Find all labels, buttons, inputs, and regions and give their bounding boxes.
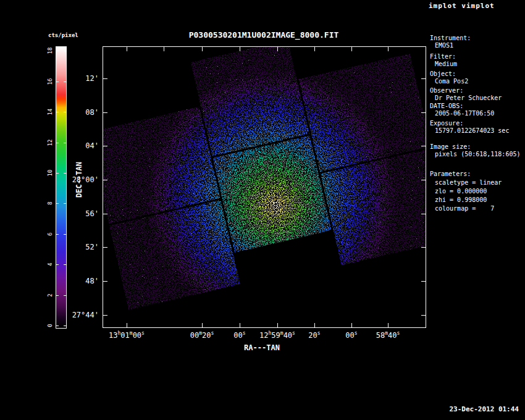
y-tick-label: 27°44': [37, 311, 99, 319]
x-axis-label: RA---TAN: [200, 343, 324, 352]
parameter-line: colourmap = 7: [435, 205, 494, 212]
x-tick-label: 00m20s: [172, 330, 232, 340]
info-field-value: 15797.0122674023 sec: [435, 127, 509, 134]
info-field-value: EMOS1: [435, 42, 453, 49]
colorbar: [56, 46, 67, 329]
colorbar-unit-label: cts/pixel: [48, 32, 78, 38]
colorbar-tick-label: 8: [47, 197, 54, 209]
parameter-line: zlo = 0.000000: [435, 188, 487, 195]
y-tick-label: 12': [37, 74, 99, 83]
colorbar-tick-label: 16: [47, 75, 54, 88]
colorbar-tick-label: 12: [47, 136, 54, 149]
colorbar-tick-label: 2: [47, 289, 54, 301]
info-field-value: pixels (50:618,118:605): [435, 151, 520, 158]
info-field-value: Coma Pos2: [435, 78, 468, 85]
colorbar-tick-label: 10: [47, 167, 54, 179]
colorbar-tick-label: 6: [47, 228, 54, 240]
window-title: implot vimplot: [429, 2, 495, 10]
y-tick-label: 04': [37, 141, 99, 150]
image-canvas[interactable]: [103, 47, 426, 327]
colorbar-tick-label: 14: [47, 106, 54, 118]
photon-noise-overlay: [103, 47, 426, 327]
implot-window: implot vimplot P0300530201M1U002IMAGE_80…: [0, 0, 525, 420]
y-tick-label: 56': [37, 209, 99, 218]
info-field-label: Instrument:: [430, 35, 471, 41]
y-tick-label: 08': [37, 108, 99, 117]
info-field-value: 2005-06-17T06:50: [435, 110, 494, 117]
info-field-label: Image size:: [430, 143, 471, 150]
x-tick-label: 00s: [210, 330, 269, 340]
parameter-line: zhi = 0.998000: [435, 196, 487, 203]
y-tick-label: 48': [37, 277, 99, 285]
info-field-value: Dr Peter Schuecker: [435, 94, 502, 101]
info-field-label: DATE-OBS:: [430, 103, 463, 109]
info-field-label: Observer:: [430, 87, 463, 94]
x-tick-label: 58m40s: [358, 330, 418, 340]
info-field-label: Filter:: [430, 53, 456, 60]
x-tick-label: 12h59m40s: [248, 330, 307, 340]
colorbar-tick-label: 4: [47, 258, 54, 271]
y-tick-label: 52': [37, 243, 99, 251]
info-field-label: Object:: [430, 70, 456, 77]
x-tick-label: 00s: [322, 330, 381, 340]
colorbar-tick-label: 18: [47, 44, 54, 57]
parameters-title: Parameters:: [430, 170, 471, 177]
y-tick-label: 28°00': [37, 175, 99, 184]
x-tick-label: 13h01m00s: [97, 330, 156, 340]
x-tick-label: 20s: [285, 330, 344, 340]
plot-title: P0300530201M1U002IMAGE_8000.FIT: [140, 30, 387, 40]
timestamp: 23-Dec-2012 01:44: [449, 405, 519, 413]
y-axis-label: DEC--TAN: [75, 143, 83, 217]
parameter-line: scaletype = linear: [435, 179, 502, 186]
info-field-label: Exposure:: [430, 120, 463, 127]
colorbar-tick-label: 0: [47, 319, 54, 332]
info-field-value: Medium: [435, 61, 457, 67]
